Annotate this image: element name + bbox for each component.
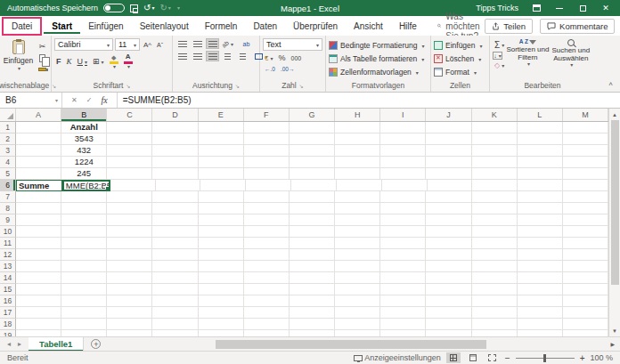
cell-A6[interactable]: Summe: [16, 180, 62, 191]
tab-überprüfen[interactable]: Überprüfen: [285, 19, 346, 34]
font-color-icon[interactable]: A: [122, 53, 135, 70]
cell-K2[interactable]: [472, 133, 518, 145]
cell-L15[interactable]: [518, 284, 563, 295]
cell-G17[interactable]: [290, 307, 335, 319]
cell-D5[interactable]: [152, 168, 198, 180]
number-format-select[interactable]: Text▾: [263, 38, 322, 51]
cell-F17[interactable]: [244, 307, 290, 319]
cell-C14[interactable]: [107, 272, 152, 284]
cell-L12[interactable]: [518, 249, 563, 261]
cell-D1[interactable]: [152, 122, 198, 133]
scroll-up-icon[interactable]: ▲: [609, 109, 620, 120]
cell-F15[interactable]: [244, 284, 290, 295]
cell-C9[interactable]: [107, 214, 152, 226]
cell-G4[interactable]: [290, 157, 335, 168]
cell-F19[interactable]: [244, 330, 290, 336]
tab-hilfe[interactable]: Hilfe: [391, 19, 425, 34]
tab-ansicht[interactable]: Ansicht: [346, 19, 391, 34]
tab-formeln[interactable]: Formeln: [197, 19, 246, 34]
cell-C3[interactable]: [107, 145, 152, 157]
cell-I18[interactable]: [380, 319, 426, 330]
cell-H18[interactable]: [335, 319, 380, 330]
cell-B14[interactable]: [61, 272, 107, 284]
cell-D2[interactable]: [152, 133, 198, 145]
delete-cells-button[interactable]: Löschen: [434, 53, 483, 65]
row-header-12[interactable]: 12: [0, 249, 16, 261]
cell-I19[interactable]: [380, 330, 426, 336]
cell-E15[interactable]: [199, 284, 244, 295]
cell-J15[interactable]: [426, 284, 471, 295]
cell-D15[interactable]: [152, 284, 198, 295]
cell-M12[interactable]: [563, 249, 608, 261]
cell-D10[interactable]: [152, 226, 198, 238]
cell-H19[interactable]: [335, 330, 380, 336]
cell-K12[interactable]: [472, 249, 518, 261]
cell-F18[interactable]: [244, 319, 290, 330]
maximize-icon[interactable]: [577, 3, 588, 13]
cell-A1[interactable]: [16, 122, 61, 133]
cell-G15[interactable]: [290, 284, 335, 295]
sheet-next-icon[interactable]: ▸: [18, 340, 21, 348]
cell-A8[interactable]: [16, 203, 61, 214]
cell-J4[interactable]: [426, 157, 471, 168]
align-top-icon[interactable]: [175, 38, 189, 49]
cell-C5[interactable]: [107, 168, 152, 180]
row-header-8[interactable]: 8: [0, 203, 16, 214]
cell-G18[interactable]: [290, 319, 335, 330]
cell-H13[interactable]: [335, 261, 380, 272]
cell-B12[interactable]: [61, 249, 107, 261]
cell-A4[interactable]: [16, 157, 61, 168]
cell-G12[interactable]: [290, 249, 335, 261]
cell-J14[interactable]: [426, 272, 471, 284]
cell-C18[interactable]: [107, 319, 152, 330]
cell-B17[interactable]: [61, 307, 107, 319]
column-header-h[interactable]: H: [335, 109, 380, 121]
cell-H10[interactable]: [335, 226, 380, 238]
formula-input[interactable]: =SUMME(B2:B5): [118, 93, 192, 108]
cell-L1[interactable]: [518, 122, 563, 133]
number-dialog-launcher-icon[interactable]: ↘: [299, 83, 304, 89]
cell-styles-button[interactable]: Zellenformatvorlagen: [329, 66, 424, 78]
cell-G10[interactable]: [290, 226, 335, 238]
cell-M17[interactable]: [563, 307, 608, 319]
cell-F2[interactable]: [244, 133, 290, 145]
cell-F11[interactable]: [244, 238, 290, 249]
cell-B6[interactable]: MME(B2:B5): [62, 180, 110, 191]
cell-M3[interactable]: [563, 145, 608, 157]
cell-G9[interactable]: [290, 214, 335, 226]
cell-C4[interactable]: [107, 157, 152, 168]
grow-font-icon[interactable]: A^: [142, 40, 153, 50]
cell-G13[interactable]: [290, 261, 335, 272]
cell-K10[interactable]: [472, 226, 518, 238]
font-size-select[interactable]: 11▾: [115, 38, 140, 51]
insert-function-icon[interactable]: fx: [101, 95, 107, 105]
cell-C2[interactable]: [107, 133, 152, 145]
sheet-prev-icon[interactable]: ◂: [7, 340, 11, 348]
cell-E5[interactable]: [199, 168, 244, 180]
cell-L5[interactable]: [518, 168, 563, 180]
cell-K4[interactable]: [472, 157, 518, 168]
cell-H1[interactable]: [335, 122, 380, 133]
cell-C13[interactable]: [107, 261, 152, 272]
cell-F4[interactable]: [244, 157, 290, 168]
cell-A12[interactable]: [16, 249, 61, 261]
increase-decimal-icon[interactable]: ←.0: [263, 65, 277, 73]
cell-K17[interactable]: [472, 307, 518, 319]
cell-H14[interactable]: [335, 272, 380, 284]
cell-B4[interactable]: 1224: [61, 157, 107, 168]
name-box[interactable]: B6▾: [0, 93, 62, 108]
tab-datei[interactable]: Datei: [4, 19, 40, 34]
cancel-icon[interactable]: ✕: [71, 96, 78, 104]
currency-icon[interactable]: €: [263, 53, 274, 63]
orientation-icon[interactable]: ab: [221, 38, 234, 49]
cell-K8[interactable]: [472, 203, 518, 214]
column-header-j[interactable]: J: [426, 109, 471, 121]
cell-M1[interactable]: [563, 122, 608, 133]
cell-I4[interactable]: [380, 157, 426, 168]
cell-E10[interactable]: [199, 226, 244, 238]
cell-H6[interactable]: [337, 180, 382, 191]
cell-K9[interactable]: [472, 214, 518, 226]
cell-H12[interactable]: [335, 249, 380, 261]
cell-J13[interactable]: [426, 261, 471, 272]
cell-J6[interactable]: [428, 180, 473, 191]
